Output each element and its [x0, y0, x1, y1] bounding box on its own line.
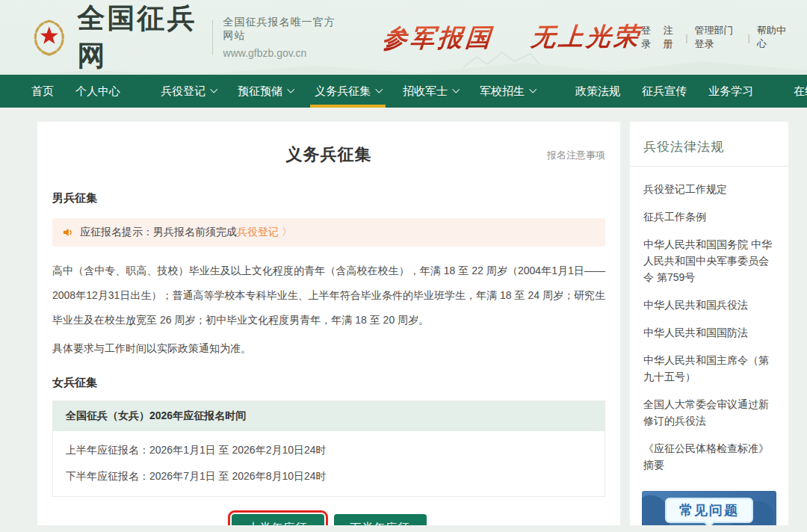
sidebar-title: 兵役法律法规: [640, 135, 778, 166]
second-half-apply-button[interactable]: 下半年应征: [334, 514, 427, 525]
chevron-down-icon: [529, 86, 537, 93]
nav-item-service-registration[interactable]: 兵役登记: [159, 75, 217, 108]
slogan-calligraphy: 参军报国 无上光荣: [381, 19, 643, 55]
male-section-heading: 男兵征集: [52, 191, 605, 205]
law-item-national-defense-law[interactable]: 中华人民共和国国防法: [643, 324, 775, 341]
law-item-presidential-order-95[interactable]: 中华人民共和国主席令（第九十五号）: [643, 352, 775, 385]
content-area: 义务兵征集 报名注意事项 男兵征集 应征报名提示：男兵报名前须完成兵役登记 〉 …: [37, 122, 788, 525]
chevron-down-icon: [375, 86, 383, 93]
nav-item-home[interactable]: 首页: [30, 75, 55, 108]
site-logo[interactable]: 全国征兵网: [30, 0, 202, 75]
nav-item-personal-center[interactable]: 个人中心: [74, 75, 122, 108]
slogan-part2: 无上光荣: [530, 22, 643, 50]
site-subtitle: 全国征兵报名唯一官方网站 www.gfbzb.gov.cn: [223, 16, 336, 59]
female-date-panel-body: 上半年应征报名：2026年1月1日 至 2026年2月10日24时 下半年应征报…: [53, 444, 605, 496]
emblem-icon: [30, 14, 69, 61]
register-link[interactable]: 注册: [664, 24, 679, 51]
policy-note: 具体要求与工作时间以实际政策通知为准。: [52, 342, 605, 356]
first-half-apply-button[interactable]: 上半年应征: [232, 514, 324, 525]
apply-button-row: 上半年应征 下半年应征: [52, 514, 605, 525]
speaker-icon: [62, 226, 74, 238]
law-item-physical-exam-standard[interactable]: 《应征公民体格检查标准》摘要: [643, 440, 775, 473]
title-row: 义务兵征集 报名注意事项: [52, 143, 605, 166]
header-links: 登录 注册 | 管理部门登录 | 帮助中心: [641, 24, 788, 51]
male-notice-bar: 应征报名提示：男兵报名前须完成兵役登记 〉: [52, 218, 605, 247]
chevron-down-icon: [210, 86, 217, 93]
faq-bubble-label: 常见问题: [665, 498, 753, 523]
page: 全国征兵网 全国征兵报名唯一官方网站 www.gfbzb.gov.cn 参军报国…: [0, 0, 807, 532]
subtitle-official: 全国征兵报名唯一官方网站: [223, 16, 336, 43]
nav-item-sergeant-recruitment[interactable]: 招收军士: [401, 75, 460, 108]
female-section-heading: 女兵征集: [52, 376, 605, 390]
law-item-order-759[interactable]: 中华人民共和国国务院 中华人民共和国中央军事委员会令 第759号: [643, 236, 775, 285]
subtitle-url: www.gfbzb.gov.cn: [223, 47, 336, 59]
sidebar-laws: 兵役法律法规 兵役登记工作规定 征兵工作条例 中华人民共和国国务院 中华人民共和…: [630, 122, 788, 525]
main-nav: 首页 个人中心 兵役登记 预征预储 义务兵征集 招收军士 军校招生 政策法规 征…: [0, 75, 807, 108]
main-card: 义务兵征集 报名注意事项 男兵征集 应征报名提示：男兵报名前须完成兵役登记 〉 …: [37, 122, 620, 525]
nav-item-policy[interactable]: 政策法规: [574, 75, 622, 108]
nav-item-conscription[interactable]: 义务兵征集: [313, 75, 383, 108]
second-half-date-row: 下半年应征报名：2026年7月1日 至 2026年8月10日24时: [53, 470, 605, 483]
service-registration-link[interactable]: 兵役登记 〉: [237, 226, 292, 238]
link-divider: |: [747, 32, 749, 43]
header-divider: [212, 20, 213, 55]
law-item-military-service-law[interactable]: 中华人民共和国兵役法: [643, 297, 775, 313]
law-item-npc-revised-law[interactable]: 全国人大常委会审议通过新修订的兵役法: [643, 396, 775, 429]
law-item-conscription-regulations[interactable]: 征兵工作条例: [643, 208, 775, 225]
chevron-down-icon: [452, 86, 460, 93]
sidebar-law-list: 兵役登记工作规定 征兵工作条例 中华人民共和国国务院 中华人民共和国中央军事委员…: [640, 167, 778, 473]
nav-item-business-study[interactable]: 业务学习: [707, 75, 755, 108]
nav-item-online-consult[interactable]: 在线咨询: [792, 75, 807, 108]
site-header: 全国征兵网 全国征兵报名唯一官方网站 www.gfbzb.gov.cn 参军报国…: [0, 0, 807, 75]
signup-notes-link[interactable]: 报名注意事项: [547, 149, 605, 162]
law-item-registration-rules[interactable]: 兵役登记工作规定: [643, 181, 775, 197]
male-tip-text: 应征报名提示：男兵报名前须完成兵役登记 〉: [80, 226, 292, 239]
admin-login-link[interactable]: 管理部门登录: [695, 24, 741, 51]
male-requirements-paragraph: 高中（含中专、职高、技校）毕业生及以上文化程度的青年（含高校在校生），年满 18…: [52, 259, 605, 332]
female-date-panel: 全国征兵（女兵）2026年应征报名时间 上半年应征报名：2026年1月1日 至 …: [52, 400, 605, 497]
nav-item-military-academy[interactable]: 军校招生: [478, 75, 537, 108]
page-title: 义务兵征集: [52, 143, 605, 166]
faq-banner[interactable]: 常见问题: [642, 491, 776, 525]
arrow-right-icon: 〉: [282, 226, 292, 238]
link-divider: |: [685, 32, 687, 43]
login-link[interactable]: 登录: [641, 24, 657, 51]
site-title: 全国征兵网: [78, 0, 202, 75]
chevron-down-icon: [287, 86, 294, 93]
help-center-link[interactable]: 帮助中心: [757, 24, 788, 51]
slogan-part1: 参军报国: [381, 24, 494, 52]
first-half-date-row: 上半年应征报名：2026年1月1日 至 2026年2月10日24时: [53, 444, 605, 457]
nav-item-pre-recruit-reserve[interactable]: 预征预储: [236, 75, 294, 108]
female-date-panel-title: 全国征兵（女兵）2026年应征报名时间: [53, 401, 605, 431]
nav-item-publicity[interactable]: 征兵宣传: [640, 75, 688, 108]
